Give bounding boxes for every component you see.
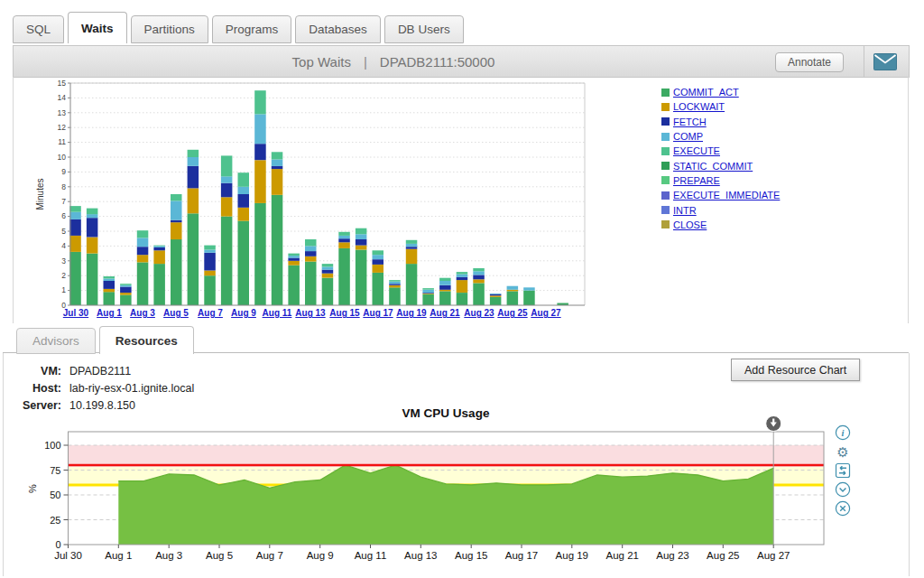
legend-link[interactable]: COMMIT_ACT	[673, 87, 739, 98]
svg-text:%: %	[27, 484, 38, 493]
svg-text:Aug 19: Aug 19	[556, 550, 588, 561]
title-separator: |	[364, 54, 367, 70]
top-waits-legend: COMMIT_ACTLOCKWAITFETCHCOMPEXECUTESTATIC…	[661, 85, 780, 232]
legend-link[interactable]: LOCKWAIT	[673, 101, 725, 112]
legend-link[interactable]: EXECUTE	[673, 145, 720, 156]
chevron-down-circle-icon[interactable]	[835, 481, 851, 498]
legend-item-comp[interactable]: COMP	[661, 129, 780, 144]
svg-text:Aug 9: Aug 9	[307, 550, 334, 561]
svg-text:10: 10	[58, 153, 67, 162]
legend-swatch	[661, 117, 670, 126]
svg-text:50: 50	[50, 489, 60, 500]
legend-swatch	[661, 191, 670, 200]
gear-icon[interactable]: ⚙	[835, 443, 851, 460]
legend-swatch	[661, 103, 670, 111]
legend-swatch	[661, 162, 670, 170]
tab-resources[interactable]: Resources	[99, 326, 194, 354]
svg-text:Aug 5: Aug 5	[206, 550, 233, 561]
svg-text:Aug 17: Aug 17	[505, 550, 538, 561]
svg-text:Aug 25: Aug 25	[707, 550, 739, 561]
svg-text:Aug 3: Aug 3	[155, 550, 182, 561]
svg-text:Aug 11: Aug 11	[355, 550, 387, 561]
tab-databases[interactable]: Databases	[295, 15, 381, 43]
annotation-marker[interactable]	[766, 416, 781, 432]
vm-info-label: VM:	[16, 363, 61, 380]
tab-sql[interactable]: SQL	[13, 15, 64, 43]
tab-waits[interactable]: Waits	[68, 12, 127, 43]
svg-text:2: 2	[61, 271, 66, 280]
svg-text:Aug 27: Aug 27	[757, 550, 790, 561]
info-circle-icon[interactable]: i	[835, 424, 851, 441]
svg-text:1: 1	[61, 285, 66, 294]
page-title-text: Top Waits	[292, 54, 351, 70]
legend-link[interactable]: CLOSE	[673, 219, 707, 230]
annotate-button[interactable]: Annotate	[775, 52, 844, 72]
svg-text:Aug 1: Aug 1	[105, 550, 132, 561]
svg-text:6: 6	[61, 211, 66, 220]
svg-text:100: 100	[44, 440, 60, 451]
vm-cpu-usage-chart: 0255075100%Jul 30Aug 1Aug 3Aug 5Aug 7Aug…	[0, 411, 866, 575]
legend-item-static_commit[interactable]: STATIC_COMMIT	[661, 158, 780, 172]
vm-info-row: Host:lab-riy-esx-01.ignite.local	[16, 380, 194, 397]
tab-programs[interactable]: Programs	[212, 15, 292, 43]
resources-tab-bar: AdvisorsResources	[16, 326, 194, 354]
svg-text:12: 12	[58, 123, 67, 132]
page-title: Top Waits | DPADB2111:50000	[14, 46, 773, 77]
cpu-chart-toolbar: i⚙	[835, 424, 851, 519]
legend-link[interactable]: INTR	[673, 205, 697, 216]
svg-text:Aug 21: Aug 21	[605, 550, 638, 561]
email-envelope-icon[interactable]	[873, 53, 897, 74]
svg-text:14: 14	[58, 93, 67, 102]
lower-panel-border-right	[909, 353, 910, 576]
svg-text:25: 25	[50, 515, 60, 526]
legend-swatch	[661, 220, 670, 228]
svg-text:Aug 15: Aug 15	[455, 550, 487, 561]
svg-text:7: 7	[61, 197, 66, 206]
svg-text:⚙: ⚙	[836, 444, 848, 461]
swap-horizontal-icon[interactable]	[835, 462, 851, 479]
tab-db-users[interactable]: DB Users	[384, 15, 464, 43]
tab-advisors[interactable]: Advisors	[16, 328, 96, 354]
svg-text:9: 9	[61, 167, 66, 176]
svg-text:5: 5	[61, 227, 66, 236]
legend-link[interactable]: PREPARE	[673, 175, 720, 186]
top-waits-chart: 0123456789101112131415Minutes Jul 30Aug …	[13, 78, 910, 323]
legend-swatch	[661, 147, 670, 155]
svg-text:Aug 7: Aug 7	[256, 550, 283, 561]
svg-text:11: 11	[58, 137, 66, 146]
svg-text:8: 8	[61, 182, 66, 191]
vm-info-value: lab-riy-esx-01.ignite.local	[69, 380, 194, 397]
tab-partitions[interactable]: Partitions	[131, 15, 208, 43]
vm-info-value: DPADB2111	[69, 363, 131, 380]
database-instance-label: DPADB2111:50000	[380, 54, 495, 70]
close-circle-icon[interactable]	[835, 500, 851, 517]
add-resource-chart-button[interactable]: Add Resource Chart	[731, 359, 860, 381]
legend-item-fetch[interactable]: FETCH	[661, 115, 780, 129]
legend-swatch	[661, 133, 670, 141]
legend-link[interactable]: STATIC_COMMIT	[673, 161, 753, 172]
legend-link[interactable]: EXECUTE_IMMEDIATE	[673, 190, 780, 200]
legend-link[interactable]: COMP	[673, 131, 703, 142]
legend-swatch	[661, 206, 670, 214]
top-waits-header-bar: Top Waits | DPADB2111:50000 Annotate	[13, 45, 910, 78]
main-tab-bar: SQLWaitsPartitionsProgramsDatabasesDB Us…	[13, 12, 464, 43]
legend-item-prepare[interactable]: PREPARE	[661, 173, 780, 188]
svg-text:15: 15	[58, 79, 67, 88]
svg-text:Minutes: Minutes	[35, 178, 45, 210]
legend-swatch	[661, 176, 670, 184]
dpa-application-window: SQLWaitsPartitionsProgramsDatabasesDB Us…	[0, 0, 924, 578]
vm-info-label: Host:	[16, 380, 61, 397]
legend-item-close[interactable]: CLOSE	[661, 218, 780, 232]
legend-item-execute_immediate[interactable]: EXECUTE_IMMEDIATE	[661, 188, 780, 202]
date-link[interactable]: Aug 27	[526, 308, 566, 318]
svg-text:75: 75	[50, 465, 60, 476]
svg-text:13: 13	[58, 108, 67, 117]
legend-link[interactable]: FETCH	[673, 117, 707, 127]
legend-item-execute[interactable]: EXECUTE	[661, 144, 780, 158]
svg-text:Jul 30: Jul 30	[54, 550, 82, 561]
legend-item-commit_act[interactable]: COMMIT_ACT	[661, 85, 780, 99]
legend-item-intr[interactable]: INTR	[661, 202, 780, 217]
legend-item-lockwait[interactable]: LOCKWAIT	[661, 99, 780, 114]
svg-text:Aug 23: Aug 23	[656, 550, 688, 561]
svg-text:0: 0	[55, 539, 60, 550]
